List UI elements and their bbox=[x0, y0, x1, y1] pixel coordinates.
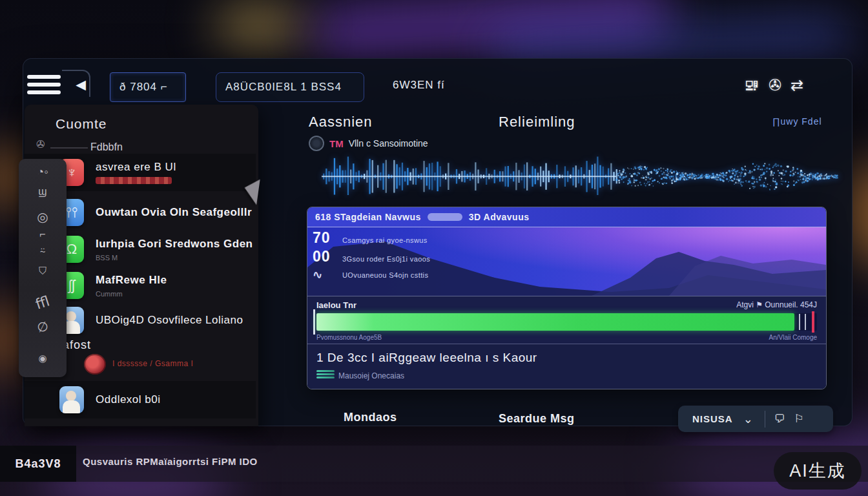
badge-icon[interactable]: ⍨ bbox=[19, 245, 67, 258]
coil-icon[interactable]: ﬄ bbox=[17, 287, 68, 318]
bg-glow bbox=[213, 6, 304, 45]
stat-number: 70 bbox=[313, 229, 342, 247]
taskbar-badge: B4a3V8 bbox=[0, 446, 76, 482]
coin-icon[interactable]: ◉ bbox=[19, 353, 67, 364]
panel-title: 618 STagdeian Navwus bbox=[315, 212, 421, 222]
panel-title-right: 3D Advavuus bbox=[469, 212, 530, 222]
chevron-down-icon[interactable]: ⌄ bbox=[743, 412, 753, 426]
disc-icon bbox=[309, 136, 324, 151]
progress-tick bbox=[805, 314, 806, 330]
topbar-icons: 🖳 ✇ ⇄ bbox=[744, 72, 803, 98]
panel-header: 618 STagdeian Navwus 3D Advavuus bbox=[307, 207, 826, 227]
bg-glow bbox=[309, 0, 674, 64]
stat-number: 00 bbox=[313, 248, 342, 265]
progress-label: Iaelou Tnr bbox=[316, 300, 356, 310]
track-name: Vlln c Sansoimotine bbox=[349, 138, 428, 149]
stat-label: Csamgys rai gyoe-nswus bbox=[342, 236, 428, 244]
playlist-icon[interactable]: 🖳 bbox=[744, 72, 760, 98]
sidebar-item-label: Ouwtan Ovia Oln Seafgeolllr bbox=[96, 206, 252, 219]
desktop-background: ◄ ð 7804 ⌐ A8ÜCB0IE8L 1 BSS4 6W3EN fí 🖳 … bbox=[0, 0, 868, 496]
header-link[interactable]: ∏uwy Fdel bbox=[772, 116, 822, 127]
message-icon[interactable]: 🗩 bbox=[774, 413, 785, 426]
hamburger-menu-icon[interactable] bbox=[27, 75, 61, 94]
sidebar-item-sub: BSS M bbox=[96, 254, 253, 262]
session-panel: 618 STagdeian Navwus 3D Advavuus 70 Csam… bbox=[307, 207, 827, 389]
stat-label: UOvuaneuou S4ojn csttis bbox=[342, 271, 428, 279]
knot-icon[interactable] bbox=[84, 354, 106, 375]
page-title: Aassnien bbox=[309, 114, 373, 130]
search-input[interactable]: ð 7804 ⌐ bbox=[110, 72, 186, 102]
sidebar-item-label: Iurhpia Gori Sredwons Gden bbox=[96, 238, 253, 251]
footer-tab-left[interactable]: Mondaos bbox=[344, 411, 397, 424]
progress-start-tick bbox=[313, 309, 315, 335]
waves-icon bbox=[316, 370, 335, 380]
progress-footnote-left: Pvomussnonu Aoge5B bbox=[316, 334, 382, 341]
tm-mark: TM bbox=[329, 138, 344, 149]
eye-icon[interactable]: ◔◦ bbox=[19, 165, 67, 179]
shield-icon[interactable]: ⛉ bbox=[19, 265, 67, 277]
summary-text: 1 De 3cc I aiRggeaw leeelna ı s Kaour bbox=[316, 351, 537, 365]
sidebar-section-note: I dssssse / Gsamma I bbox=[112, 359, 193, 368]
section-title: Relieimling bbox=[499, 114, 575, 130]
dropdown-selected-value[interactable]: NISUSA bbox=[692, 413, 733, 424]
footer-tab-center[interactable]: Seardue Msg bbox=[499, 412, 575, 426]
sidebar-item-label: UBOig4D Osovfilece Loliano bbox=[96, 314, 243, 327]
progress-red-marker bbox=[812, 311, 814, 333]
progress-tick bbox=[799, 314, 800, 330]
sidebar-item-6[interactable]: Oddlexol b0i bbox=[25, 381, 256, 418]
panel-art: 70 Csamgys rai gyoe-nswus 00 3Gsou roder… bbox=[307, 227, 826, 296]
progress-track[interactable] bbox=[316, 313, 817, 331]
sidebar-item-label: asvrea ere B Ul bbox=[96, 161, 176, 174]
swirl-icon[interactable]: ∅ bbox=[17, 315, 67, 340]
sidebar-item-label: MafRewe Hle bbox=[96, 274, 167, 287]
camera-icon[interactable]: ◎ bbox=[19, 209, 67, 225]
summary-section: 1 De 3cc I aiRggeaw leeelna ı s Kaour Ma… bbox=[307, 344, 826, 389]
progress-value-label: Atgvi ⚑ Ounnueil. 454J bbox=[736, 300, 817, 309]
hook-icon[interactable]: ⌐ bbox=[19, 229, 67, 240]
sidebar-title: Cuomte bbox=[56, 116, 107, 132]
progress-section: Iaelou Tnr Atgvi ⚑ Ounnueil. 454J Pvomus… bbox=[307, 296, 826, 344]
flag-icon[interactable]: ⚐ bbox=[794, 412, 804, 426]
ai-watermark: AI生成 bbox=[774, 452, 862, 490]
panel-stats: 70 Csamgys rai gyoe-nswus 00 3Gsou roder… bbox=[313, 229, 430, 282]
summary-subtext: Mausoiej Onecaias bbox=[338, 371, 404, 380]
sidebar-subtitle: Fdbbfn bbox=[90, 141, 123, 153]
address-input[interactable]: A8ÜCB0IE8L 1 BSS4 bbox=[216, 72, 364, 102]
taskbar-text: Qusvauris RPMaïaigorrtsi FiPM IDO bbox=[83, 456, 258, 467]
back-button[interactable]: ◄ bbox=[70, 75, 92, 94]
topbar-link[interactable]: 6W3EN fí bbox=[393, 79, 445, 92]
equalizer-icon[interactable]: ⇄ bbox=[790, 72, 803, 98]
divider bbox=[50, 147, 88, 149]
record-icon[interactable]: ✇ bbox=[769, 72, 781, 98]
side-icon-rail: ◔◦ ϣ ◎ ⌐ ⍨ ⛉ ﬄ ∅ ◉ bbox=[19, 159, 67, 377]
progress-footnote-right: An/Vlaii Comoge bbox=[769, 334, 817, 341]
stat-label: 3Gsou roder Es0j1i vaoos bbox=[342, 255, 430, 263]
divider bbox=[765, 411, 765, 428]
panel-tag bbox=[428, 213, 462, 221]
contact-photo-icon bbox=[59, 386, 84, 413]
footer-dropdown-bar: NISUSA ⌄ 🗩 ⚐ bbox=[678, 406, 833, 432]
waveform[interactable] bbox=[322, 154, 838, 195]
disc-icon: ✇ bbox=[36, 138, 45, 150]
sidebar-item-label: Oddlexol b0i bbox=[96, 393, 161, 406]
track-row: TM Vlln c Sansoimotine bbox=[309, 136, 428, 151]
sidebar-item-sub: Cummm bbox=[96, 290, 167, 298]
stat-squiggle: ∿ bbox=[312, 265, 343, 283]
mask-icon[interactable]: ϣ bbox=[19, 186, 67, 198]
red-progress-badge bbox=[96, 177, 172, 184]
progress-fill bbox=[316, 313, 794, 331]
